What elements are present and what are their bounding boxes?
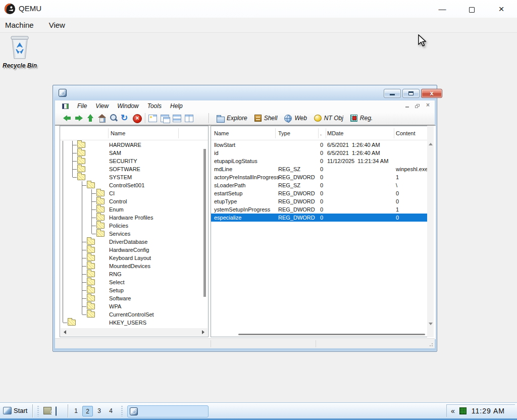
list-vertical-scrollbar[interactable]	[427, 126, 434, 337]
app-minimize-button[interactable]	[384, 89, 401, 98]
app-menu-view[interactable]: View	[95, 102, 109, 110]
tree-item-sam[interactable]: SAM	[60, 149, 208, 157]
registry-row-estartsetup[interactable]: estartSetupREG_DWORD00	[211, 189, 427, 197]
forward-icon[interactable]	[74, 113, 84, 123]
scroll-left-icon[interactable]	[64, 330, 66, 334]
app-maximize-button[interactable]	[402, 89, 420, 98]
qemu-menu-machine[interactable]: Machine	[5, 21, 34, 29]
tree-header[interactable]: Name	[60, 126, 208, 140]
registry-row-sloaderpath[interactable]: sLoaderPathREG_SZ0\	[211, 181, 427, 189]
tree-vertical-scrollbar-thumb[interactable]	[203, 149, 206, 297]
tree-item-hardware[interactable]: HARDWARE	[60, 141, 208, 149]
value-dot: 0	[320, 142, 323, 148]
tree-item-hkey-users[interactable]: HKEY_USERS	[60, 319, 208, 327]
tree-item-system[interactable]: SYSTEM	[60, 173, 208, 181]
tile-vertical-icon[interactable]	[185, 115, 193, 122]
value-dot: 0	[320, 206, 323, 213]
folder-icon	[96, 190, 105, 196]
column-header-type[interactable]: Type	[278, 130, 290, 136]
app-menu-help[interactable]: Help	[170, 102, 183, 110]
tree-item-currentcontrolset[interactable]: CurrentControlSet	[60, 310, 208, 319]
desktop-pager-1[interactable]: 1	[71, 406, 81, 416]
registry-row-etuptype[interactable]: etupTypeREG_DWORD00	[211, 197, 427, 205]
tree-item-control[interactable]: Control	[60, 197, 208, 205]
registry-row-actorypreinstallinprogress[interactable]: actoryPreInstallInProgressREG_DWORD01	[211, 173, 427, 181]
refresh-icon[interactable]	[120, 113, 130, 123]
tree-horizontal-scrollbar[interactable]	[61, 328, 208, 336]
scroll-down-icon[interactable]	[429, 323, 433, 325]
network-tray-icon[interactable]	[459, 407, 467, 414]
registry-row-id[interactable]: id06/5/2021 1:26:40 AM	[211, 149, 427, 157]
toolbar-button-web[interactable]: Web	[284, 115, 306, 122]
app-menubar: FileViewWindowToolsHelp ×	[55, 100, 435, 112]
column-header-name[interactable]: Name	[214, 130, 229, 136]
mdi-minimize-button[interactable]	[404, 102, 411, 109]
home-icon[interactable]	[97, 113, 107, 123]
tree-item-ci[interactable]: CI	[60, 189, 208, 197]
quicklaunch-app-icon[interactable]	[56, 406, 57, 416]
column-header-[interactable]: .	[320, 130, 322, 136]
app-menu-window[interactable]: Window	[117, 102, 139, 110]
registry-row-mdline[interactable]: mdLineREG_SZ0winpeshl.exe	[211, 165, 427, 173]
tree-item-hardwareconfig[interactable]: HardwareConfig	[60, 246, 208, 254]
toolbar-button-shell[interactable]: Shell	[254, 115, 278, 122]
desktop-pager-4[interactable]: 4	[106, 406, 116, 416]
tile-horizontal-icon[interactable]	[173, 115, 181, 122]
scroll-right-icon[interactable]	[202, 330, 204, 334]
registry-row-especialize[interactable]: especializeREG_DWORD00	[211, 214, 427, 222]
qemu-minimize-button[interactable]: —	[431, 0, 454, 18]
app-menu-file[interactable]: File	[77, 102, 87, 110]
tree-item-security[interactable]: SECURITY	[60, 157, 208, 165]
tree-item-select[interactable]: Select	[60, 278, 208, 286]
stop-icon[interactable]	[132, 113, 142, 123]
tray-expand-chevron[interactable]: «	[451, 407, 455, 415]
tree-item-mounteddevices[interactable]: MountedDevices	[60, 262, 208, 270]
tree-item-rng[interactable]: RNG	[60, 270, 208, 278]
app-menu-tools[interactable]: Tools	[147, 102, 162, 110]
back-icon[interactable]	[62, 113, 72, 123]
search-icon[interactable]	[109, 113, 119, 123]
list-horizontal-scrollbar-thumb[interactable]	[238, 334, 425, 335]
registry-row-ystemsetupinprogress[interactable]: ystemSetupInProgressREG_DWORD01	[211, 205, 427, 214]
quicklaunch-grip[interactable]	[37, 406, 39, 416]
toolbar-button-reg[interactable]: Reg.	[350, 115, 373, 122]
tree-item-keyboard-layout[interactable]: Keyboard Layout	[60, 254, 208, 262]
qemu-maximize-button[interactable]	[460, 0, 483, 18]
scroll-up-icon[interactable]	[429, 143, 433, 145]
mdi-restore-button[interactable]	[414, 102, 422, 109]
tree-item-driverdatabase[interactable]: DriverDatabase	[60, 238, 208, 246]
resize-grip[interactable]	[428, 342, 433, 347]
up-icon[interactable]	[85, 113, 95, 123]
tree-item-enum[interactable]: Enum	[60, 205, 208, 214]
tree-item-software[interactable]: Software	[60, 294, 208, 302]
new-icon[interactable]	[148, 115, 157, 122]
tree-item-wpa[interactable]: WPA	[60, 302, 208, 310]
tree-item-services[interactable]: Services	[60, 230, 208, 238]
column-header-content[interactable]: Content	[396, 130, 416, 136]
registry-row-etupapilogstatus[interactable]: etupapiLogStatus011/12/2025 11:21:34 AM	[211, 157, 427, 165]
taskbar-grip[interactable]	[121, 406, 123, 416]
toolbar-button-nt-obj[interactable]: NT Obj	[314, 115, 343, 122]
qemu-menu-view[interactable]: View	[49, 21, 65, 29]
taskbar-window-button[interactable]	[127, 405, 209, 417]
cascade-icon[interactable]	[161, 115, 169, 122]
tree-item-policies[interactable]: Policies	[60, 222, 208, 230]
mdi-close-button[interactable]: ×	[424, 102, 432, 109]
tree-item-setup[interactable]: Setup	[60, 286, 208, 294]
desktop-pager-2[interactable]: 2	[82, 406, 93, 416]
tree-item-controlset001[interactable]: ControlSet001	[60, 181, 208, 189]
value-mdate: 6/5/2021 1:26:40 AM	[327, 142, 380, 148]
recycle-bin-shortcut[interactable]: Recycle Bin	[2, 34, 37, 69]
list-header[interactable]: NameType.MDateContent	[211, 126, 427, 140]
tree-item-hardware-profiles[interactable]: Hardware Profiles	[60, 214, 208, 222]
tree-item-label: SOFTWARE	[109, 166, 140, 172]
desktop-pager-3[interactable]: 3	[94, 406, 105, 416]
start-button[interactable]: Start	[1, 404, 31, 417]
app-close-button[interactable]: x	[421, 89, 442, 98]
qemu-close-button[interactable]: ×	[490, 0, 513, 18]
registry-row-llowstart[interactable]: llowStart06/5/2021 1:26:40 AM	[211, 141, 427, 149]
tree-item-software[interactable]: SOFTWARE	[60, 165, 208, 173]
toolbar-button-explore[interactable]: Explore	[216, 115, 247, 122]
app-main: Name HARDWARESAMSECURITYSOFTWARESYSTEMCo…	[55, 125, 436, 339]
column-header-mdate[interactable]: MDate	[327, 130, 343, 136]
